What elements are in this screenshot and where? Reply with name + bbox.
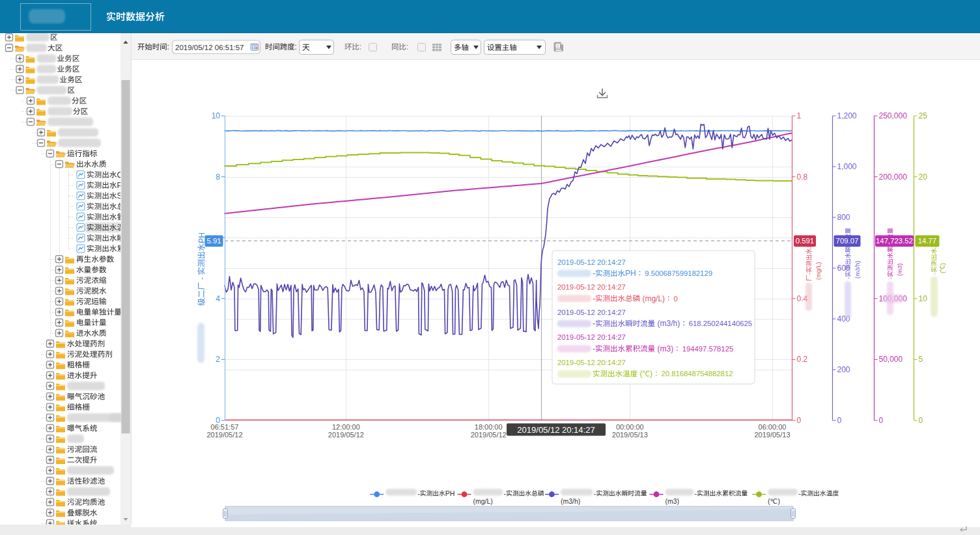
svg-text:12:00:00: 12:00:00 (332, 423, 360, 431)
svg-text:20: 20 (919, 172, 928, 182)
svg-text:20.816848754882812: 20.816848754882812 (662, 370, 733, 377)
svg-text:-: - (593, 319, 595, 328)
svg-text:06:00:00: 06:00:00 (759, 423, 787, 431)
svg-text:0: 0 (919, 416, 923, 425)
svg-text:10: 10 (919, 294, 928, 303)
svg-text:1: 1 (797, 111, 802, 120)
svg-text:2019-05-12 20:14:27: 2019-05-12 20:14:27 (557, 309, 626, 316)
svg-text::: : (295, 42, 297, 51)
svg-text:10: 10 (212, 111, 221, 120)
svg-text:200: 200 (837, 365, 850, 374)
svg-text:-: - (593, 294, 595, 303)
svg-text::: : (167, 42, 169, 51)
svg-text:0: 0 (797, 416, 802, 425)
svg-text:2019/05/13: 2019/05/13 (754, 431, 790, 439)
svg-text:(m3): (m3) (896, 263, 903, 276)
svg-text:2019-05-12 20:14:27: 2019-05-12 20:14:27 (557, 258, 626, 266)
svg-text:(℃): (℃) (768, 497, 780, 505)
svg-text:(mg/L): (mg/L) (473, 497, 493, 505)
svg-text:2019-05-12 20:14:27: 2019-05-12 20:14:27 (557, 333, 626, 341)
svg-text:800: 800 (837, 213, 850, 222)
svg-text:-: - (887, 277, 894, 279)
svg-text:(mg/L): (mg/L) (640, 294, 665, 303)
svg-text:2: 2 (216, 355, 220, 364)
svg-text:250,000: 250,000 (879, 111, 908, 120)
svg-text:2019/05/12 06:51:57: 2019/05/12 06:51:57 (175, 44, 244, 51)
svg-text:194497.578125: 194497.578125 (682, 345, 734, 353)
svg-text:25: 25 (919, 111, 928, 120)
svg-text:14.77: 14.77 (918, 237, 937, 245)
svg-text:-: - (805, 273, 813, 275)
svg-text:2019/05/12: 2019/05/12 (471, 431, 507, 439)
svg-text:2019/05/12 20:14:27: 2019/05/12 20:14:27 (517, 425, 595, 435)
svg-text:2019-05-12 20:14:27: 2019-05-12 20:14:27 (557, 359, 626, 366)
svg-text:2019/05/13: 2019/05/13 (612, 431, 648, 439)
svg-text:-: - (504, 489, 507, 497)
svg-text:0.2: 0.2 (797, 355, 808, 364)
svg-text:-: - (593, 344, 595, 353)
svg-text:(: ( (637, 369, 642, 378)
svg-text:9.500687599182129: 9.500687599182129 (645, 269, 712, 277)
svg-text:06:51:57: 06:51:57 (211, 423, 239, 431)
svg-text:0.8: 0.8 (797, 172, 808, 182)
svg-text:(m3/h): (m3/h) (655, 319, 680, 328)
svg-text:(m3/h): (m3/h) (854, 261, 861, 279)
svg-text:PH: PH (625, 269, 636, 278)
svg-text:709.07: 709.07 (836, 237, 859, 245)
svg-text:-: - (417, 489, 420, 497)
svg-text:-: - (695, 489, 697, 497)
svg-text:-: - (931, 273, 938, 275)
svg-text::: : (406, 42, 408, 51)
svg-text:50,000: 50,000 (879, 355, 903, 364)
svg-text:0: 0 (674, 295, 678, 303)
svg-text:-: - (594, 489, 596, 497)
svg-text:-: - (798, 489, 801, 497)
svg-text:PH: PH (445, 489, 455, 497)
svg-text:1,000: 1,000 (837, 162, 857, 171)
svg-text:8: 8 (216, 172, 220, 182)
svg-text:0: 0 (879, 416, 884, 425)
svg-text:4: 4 (216, 294, 220, 303)
svg-text:00:00:00: 00:00:00 (616, 423, 644, 431)
svg-text:5.91: 5.91 (206, 237, 221, 245)
svg-text:0.591: 0.591 (796, 237, 815, 245)
svg-text:): ) (650, 369, 652, 378)
svg-text:-: - (197, 275, 206, 282)
svg-text:200,000: 200,000 (879, 172, 908, 182)
svg-text:0: 0 (837, 416, 842, 425)
svg-text:): ) (939, 263, 946, 265)
svg-text:1,200: 1,200 (837, 111, 857, 120)
svg-text:2019/05/12: 2019/05/12 (206, 431, 242, 439)
svg-text:618.250244140625: 618.250244140625 (689, 320, 752, 327)
svg-text:2019-05-12 20:14:27: 2019-05-12 20:14:27 (557, 283, 626, 291)
svg-text:147,723.52: 147,723.52 (876, 237, 913, 245)
svg-text:18:00:00: 18:00:00 (475, 423, 503, 431)
svg-text:(m3): (m3) (665, 497, 680, 505)
svg-text:(m3): (m3) (655, 344, 673, 353)
svg-text::: : (359, 42, 361, 51)
svg-text:-: - (593, 269, 595, 278)
svg-text:2019/05/12: 2019/05/12 (328, 431, 364, 439)
svg-text:-: - (845, 277, 852, 279)
svg-text:(m3/h): (m3/h) (561, 497, 580, 505)
svg-text:(mg/L): (mg/L) (815, 262, 822, 280)
svg-text:5: 5 (919, 355, 923, 364)
